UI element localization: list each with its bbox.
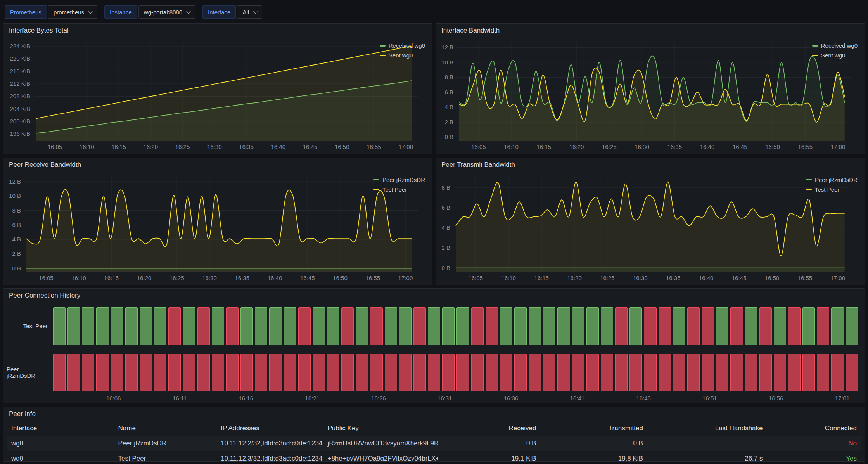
column-header-interface[interactable]: Interface [7,421,114,436]
x-axis-tick-label: 16:55 [366,275,380,281]
status-block-disconnected [370,354,382,391]
chart-plot-area[interactable]: 16:0516:1016:1516:2016:2516:3016:3516:40… [7,172,370,284]
status-block-disconnected [298,307,311,345]
variable-label-prometheus: Prometheus [5,5,47,19]
status-block-disconnected [659,307,671,345]
status-block-disconnected [500,354,512,391]
status-block-disconnected [716,354,728,391]
panel-peer-info: Peer Info InterfaceNameIP AddressesPubli… [3,407,865,462]
status-track[interactable] [53,354,858,391]
status-block-connected [96,307,109,345]
status-block-connected [154,307,166,345]
column-header-transmitted[interactable]: Transmitted [541,421,648,436]
y-axis-tick-label: 4 B [441,224,450,231]
y-axis-tick-label: 212 KiB [10,80,30,87]
x-axis-tick-label: 16:41 [570,395,585,402]
status-block-connected [802,307,815,345]
status-block-disconnected [313,354,325,391]
status-block-connected [399,307,412,345]
status-block-disconnected [644,354,656,391]
panel-title[interactable]: Peer Receive Bandwidth [3,158,432,172]
variable-value-instance-dropdown[interactable]: wg-portal:8080 [138,5,195,19]
status-block-connected [125,307,138,345]
status-block-disconnected [428,354,440,391]
status-block-disconnected [486,354,498,391]
status-history-body[interactable]: Test PeerPeer jRzmDsDR16:0616:1116:1616:… [3,303,865,403]
cell-ip-addresses: 10.11.12.2/32,fdfd:d3ad:c0de:1234::1/128 [216,436,323,451]
x-axis-tick-label: 16:55 [798,144,813,150]
status-block-disconnected [96,354,109,391]
status-block-disconnected [82,354,94,391]
column-header-received[interactable]: Received [438,421,541,436]
panel-peer-receive-bandwidth: Peer Receive Bandwidth 16:0516:1016:1516… [3,158,432,286]
x-axis-tick-label: 16:15 [534,275,549,281]
status-block-connected [831,307,844,345]
chart-plot-area[interactable]: 16:0516:1016:1516:2016:2516:3016:3516:40… [439,172,802,284]
cell-transmitted: 19.8 KiB [541,451,648,461]
x-axis-tick-label: 16:56 [769,395,783,402]
status-block-connected [428,307,440,345]
status-block-disconnected [629,354,642,391]
cell-name: Test Peer [114,451,216,461]
x-axis-tick-label: 16:50 [765,144,780,150]
status-block-disconnected [817,307,829,345]
grafana-dashboard: Prometheus prometheus Instance wg-portal… [0,0,868,464]
status-block-connected [774,307,786,345]
panel-title[interactable]: Peer Info [3,407,865,421]
column-header-last-handshake[interactable]: Last Handshake [648,421,768,436]
x-axis-tick-label: 16:50 [333,275,348,281]
variable-value-interface-dropdown[interactable]: All [237,5,262,19]
status-block-connected [212,307,224,345]
status-block-disconnected [327,354,339,391]
status-block-disconnected [529,354,541,391]
status-block-connected [183,307,195,345]
status-block-disconnected [67,354,80,391]
chart-svg[interactable]: 16:0516:1016:1516:2016:2516:3016:3516:40… [439,172,854,284]
status-block-disconnected [442,354,455,391]
status-block-connected [543,307,555,345]
x-axis-tick-label: 16:30 [635,144,649,150]
panel-title[interactable]: Interface Bandwidth [436,24,865,38]
column-header-ip-addresses[interactable]: IP Addresses [216,421,323,436]
chart-svg[interactable]: 16:0516:1016:1516:2016:2516:3016:3516:40… [7,38,421,152]
status-block-disconnected [269,354,282,391]
x-axis-tick-label: 16:55 [367,144,381,150]
y-axis-tick-label: 2 B [441,244,450,251]
x-axis-tick-label: 16:05 [468,275,483,281]
status-block-disconnected [284,354,296,391]
chart-plot-area[interactable]: 16:0516:1016:1516:2016:2516:3016:3516:40… [7,38,376,152]
panel-title[interactable]: Interface Bytes Total [3,24,432,38]
chart-svg[interactable]: 16:0516:1016:1516:2016:2516:3016:3516:40… [7,172,421,284]
status-block-disconnected [586,354,599,391]
status-block-connected [67,307,80,345]
x-axis-tick-label: 16:40 [271,144,286,150]
status-block-connected [745,307,757,345]
status-block-disconnected [788,307,801,345]
chart-svg[interactable]: 16:0516:1016:1516:2016:2516:3016:3516:40… [439,38,854,152]
x-axis-tick-label: 16:30 [202,275,217,281]
x-axis-tick-label: 16:10 [71,275,86,281]
status-block-disconnected [456,354,469,391]
chart-plot-area[interactable]: 16:0516:1016:1516:2016:2516:3016:3516:40… [439,38,808,152]
status-block-connected [111,307,123,345]
status-block-disconnected [702,354,714,391]
panel-title[interactable]: Peer Transmit Bandwidth [436,158,865,172]
panel-title[interactable]: Peer Connection History [3,289,865,303]
column-header-name[interactable]: Name [114,421,216,436]
y-axis-tick-label: 0 B [441,264,450,271]
column-header-public-key[interactable]: Public Key [323,421,438,436]
status-row-label: Test Peer [7,307,53,345]
status-block-connected [716,307,728,345]
column-header-connected[interactable]: Connected [768,421,861,436]
x-axis-tick-label: 16:25 [175,144,190,150]
status-block-disconnected [125,354,138,391]
variable-value-prometheus-dropdown[interactable]: prometheus [48,5,97,19]
status-block-disconnected [212,354,224,391]
status-block-connected [572,307,584,345]
y-axis-tick-label: 6 B [441,204,450,211]
x-axis-tick-label: 16:10 [501,275,516,281]
table-row: wg0Peer jRzmDsDR10.11.12.2/32,fdfd:d3ad:… [7,436,861,451]
y-axis-tick-label: 200 KiB [10,118,30,125]
x-axis-tick-label: 17:00 [831,144,846,150]
status-track[interactable] [53,307,858,345]
